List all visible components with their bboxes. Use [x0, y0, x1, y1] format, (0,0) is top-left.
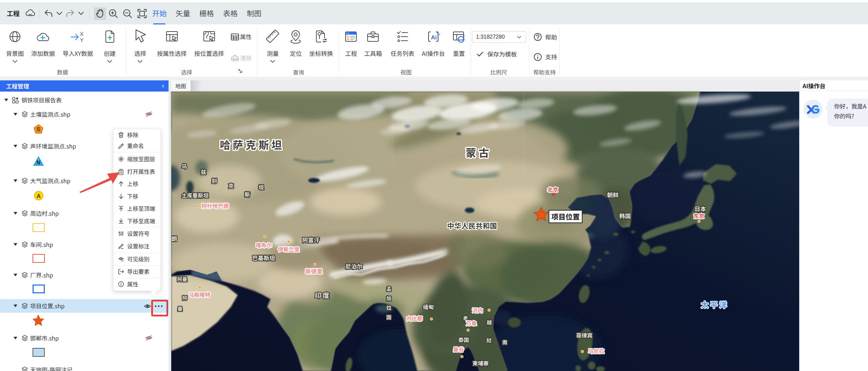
svg-text:X: X	[80, 31, 83, 37]
svg-text:A: A	[37, 193, 41, 199]
svg-text:S: S	[37, 126, 40, 133]
svg-text:Y: Y	[80, 37, 83, 43]
svg-text:N: N	[37, 160, 41, 165]
svg-text:Ai: Ai	[431, 34, 437, 41]
